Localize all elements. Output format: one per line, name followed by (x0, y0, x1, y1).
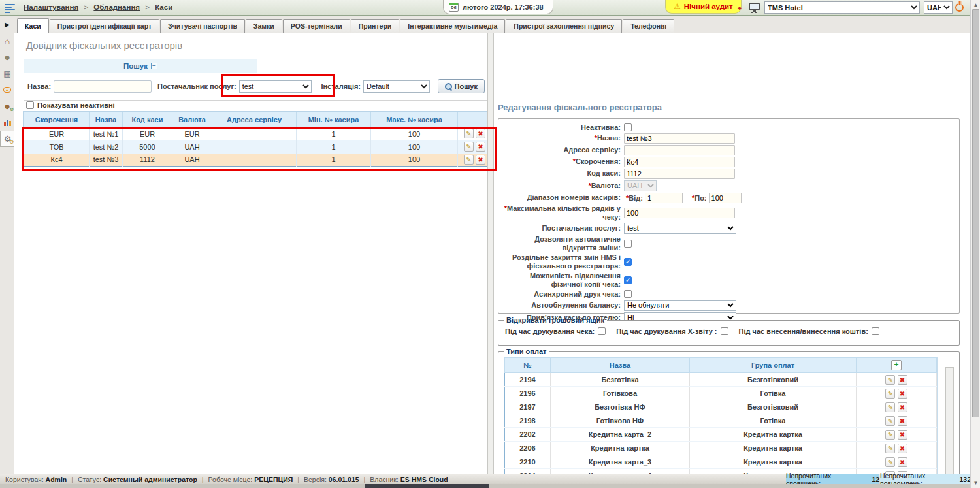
delete-icon[interactable]: ✖ (898, 389, 907, 399)
auto-open-checkbox[interactable] (624, 240, 632, 248)
search-panel-tab[interactable]: Пошук − (24, 59, 257, 73)
sidebar-item-guests[interactable]: ☻ (0, 49, 14, 65)
delete-icon[interactable]: ✖ (476, 142, 485, 152)
payment-row-clipped[interactable]: 2214 Кредитна карта_4 Кредитна картка ✎ … (505, 469, 937, 474)
menu-icon[interactable] (5, 3, 16, 13)
transfer-arrows-icon[interactable]: ◂▸ (737, 5, 742, 11)
installation-filter-select[interactable]: Default (363, 80, 430, 93)
tab-locks[interactable]: Замки (246, 19, 282, 33)
bottom-scrollbar-track[interactable] (0, 484, 980, 488)
date-widget[interactable]: 06 лютого 2024р. 17:36:38 (443, 0, 553, 14)
search-button[interactable]: Пошук (438, 79, 485, 93)
tab-telephony[interactable]: Телефонія (623, 19, 674, 33)
async-print-checkbox[interactable] (624, 290, 632, 298)
delete-icon[interactable]: ✖ (898, 402, 907, 412)
edit-icon[interactable]: ✎ (885, 416, 895, 426)
code-input[interactable] (624, 169, 735, 179)
column-header-name[interactable]: Назва (90, 112, 123, 127)
delete-icon[interactable]: ✖ (898, 416, 907, 426)
delete-icon[interactable]: ✖ (476, 155, 485, 165)
provider-form-select[interactable]: test (624, 223, 736, 234)
tab-interactive-multimedia[interactable]: Інтерактивне мультимедіа (400, 19, 505, 33)
table-row[interactable]: EUR test №1 EUR EUR 1 100 ✎ ✖ (24, 127, 492, 140)
cashier-from-input[interactable] (645, 193, 683, 203)
payment-row[interactable]: 2198 Готівкова НФ Готівка ✎ ✖ (505, 414, 937, 428)
panel-splitter[interactable] (487, 33, 494, 474)
payment-row[interactable]: 2196 Готівкова Готівка ✎ ✖ (505, 387, 937, 400)
hotel-select[interactable]: TMS Hotel (764, 1, 920, 14)
phys-copy-checkbox[interactable] (624, 276, 632, 284)
delete-icon[interactable]: ✖ (898, 457, 907, 467)
night-audit-badge[interactable]: ⚠ Нічний аудит (665, 0, 742, 14)
drawer-check2-checkbox[interactable] (721, 327, 728, 335)
edit-icon[interactable]: ✎ (885, 375, 895, 385)
tab-pos-terminals[interactable]: POS-термінали (283, 19, 350, 33)
tab-passport-readers[interactable]: Зчитувачі паспортів (160, 19, 245, 33)
payments-scrollbar[interactable] (945, 367, 954, 474)
show-inactive-checkbox[interactable] (26, 101, 34, 109)
breadcrumb-equipment[interactable]: Обладнання (93, 3, 140, 11)
drawer-check1-checkbox[interactable] (598, 327, 606, 335)
abbr-input[interactable] (624, 157, 735, 167)
edit-icon[interactable]: ✎ (885, 444, 895, 453)
delete-icon[interactable]: ✖ (898, 444, 907, 453)
edit-icon[interactable]: ✎ (885, 402, 895, 412)
sidebar-item-home[interactable]: ⌂ (0, 33, 14, 49)
sidebar-item-users[interactable]: ☻⚙ (0, 98, 14, 114)
sidebar-item-reports[interactable] (0, 114, 14, 131)
collapse-icon[interactable]: − (151, 63, 157, 69)
provider-filter-select[interactable]: test (239, 80, 312, 93)
max-rows-input[interactable] (624, 208, 735, 218)
workstation-icon[interactable] (749, 3, 760, 10)
bottom-scrollbar-thumb[interactable] (365, 484, 489, 488)
scroll-down-icon[interactable]: ▼ (971, 480, 980, 486)
name-filter-input[interactable] (54, 80, 152, 93)
delete-icon[interactable]: ✖ (898, 375, 907, 385)
edit-icon[interactable]: ✎ (464, 129, 474, 138)
tab-printers[interactable]: Принтери (351, 19, 400, 33)
currency-select[interactable]: UAH (924, 1, 953, 14)
drawer-check3-checkbox[interactable] (872, 327, 879, 335)
edit-icon[interactable]: ✎ (885, 457, 895, 467)
column-header-currency[interactable]: Валюта (172, 112, 212, 127)
tab-signature-capture[interactable]: Пристрої захоплення підпису (506, 19, 622, 33)
edit-icon[interactable]: ✎ (885, 430, 895, 440)
column-header-abbr[interactable]: Скорочення (24, 112, 90, 127)
cashier-to-input[interactable] (709, 193, 742, 203)
add-icon[interactable]: + (891, 360, 902, 370)
table-row[interactable]: ТОВ test №2 5000 UAH 1 100 ✎ ✖ (24, 140, 492, 154)
vertical-scrollbar[interactable]: ▲ ▼ (970, 0, 980, 488)
payment-row[interactable]: 2206 Кредитна картка Кредитна картка ✎ ✖ (505, 442, 937, 455)
sidebar-expand-button[interactable]: ▶ (0, 16, 14, 33)
tab-card-id-devices[interactable]: Пристрої ідентифікації карт (50, 19, 159, 33)
name-input[interactable] (624, 133, 735, 144)
separate-close-checkbox[interactable] (624, 258, 632, 266)
inactive-checkbox[interactable] (624, 123, 632, 131)
delete-icon[interactable]: ✖ (476, 129, 485, 138)
payment-row[interactable]: 2197 Безготівка НФ Безготівковий ✎ ✖ (505, 400, 937, 414)
table-row-selected[interactable]: Кс4 test №3 1112 UAH 1 100 ✎ ✖ (24, 154, 492, 167)
service-address-input[interactable] (624, 145, 735, 155)
unread-messages-badge[interactable]: Непрочитаних повідомлень: 132 (880, 474, 971, 484)
breadcrumb-settings[interactable]: Налаштування (24, 3, 78, 11)
column-header-code[interactable]: Код каси (123, 112, 172, 127)
column-header-max[interactable]: Макс. № касира (371, 112, 458, 127)
power-icon[interactable] (955, 3, 964, 12)
vertical-scrollbar-thumb[interactable] (972, 9, 979, 417)
unread-notifications-badge[interactable]: Непрочитаних сповіщень: 12 (786, 474, 879, 484)
sidebar-item-messages[interactable]: .. (0, 82, 14, 98)
scroll-up-icon[interactable]: ▲ (971, 2, 980, 8)
tab-kasy[interactable]: Каси (17, 18, 49, 33)
edit-icon[interactable]: ✎ (464, 155, 474, 165)
column-header-service[interactable]: Адреса сервісу (212, 112, 297, 127)
edit-icon[interactable]: ✎ (464, 142, 474, 152)
sidebar-item-folio[interactable]: ▦ (0, 65, 14, 82)
sidebar-item-settings[interactable]: ⚙⚙ (0, 131, 14, 147)
delete-icon[interactable]: ✖ (898, 430, 907, 440)
payment-row[interactable]: 2202 Кредитна карта_2 Кредитна картка ✎ … (505, 428, 937, 442)
payment-row[interactable]: 2210 Кредитна карта_3 Кредитна картка ✎ … (505, 455, 937, 469)
auto-zero-select[interactable]: Не обнуляти (624, 300, 736, 311)
column-header-min[interactable]: Мін. № касира (297, 112, 371, 127)
edit-icon[interactable]: ✎ (885, 389, 895, 399)
payment-row[interactable]: 2194 Безготівка Безготівковий ✎ ✖ (505, 373, 937, 387)
